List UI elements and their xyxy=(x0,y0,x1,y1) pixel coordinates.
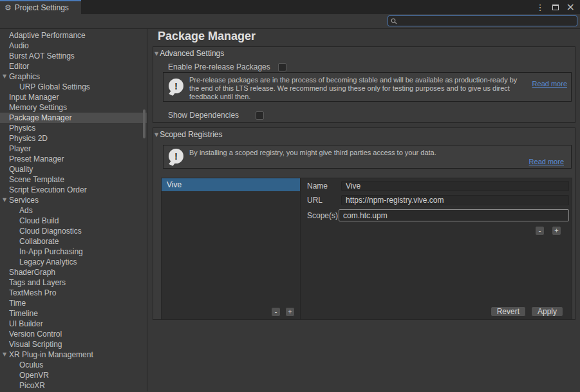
advanced-settings-foldout[interactable]: ▼ Advanced Settings xyxy=(153,47,575,58)
remove-registry-button[interactable]: - xyxy=(271,307,281,317)
prerelease-info-box: ! Pre-release packages are in the proces… xyxy=(163,72,572,102)
sidebar-item-physics-2d[interactable]: Physics 2D xyxy=(0,133,147,144)
registry-row[interactable]: Vive xyxy=(162,178,300,191)
registry-list-panel: Vive - + xyxy=(162,178,301,319)
maximize-icon[interactable] xyxy=(552,5,559,10)
sidebar-item-ads[interactable]: Ads xyxy=(0,205,147,216)
sidebar-item-player[interactable]: Player xyxy=(0,144,147,154)
scoped-registry-info-text: By installing a scoped registry, you mig… xyxy=(189,149,562,157)
sidebar-item-label: XR Plug-in Management xyxy=(9,350,93,359)
name-row: Name xyxy=(301,181,572,191)
sidebar-item-services[interactable]: ▼Services xyxy=(0,195,147,205)
sidebar-item-legacy-analytics[interactable]: Legacy Analytics xyxy=(0,257,147,267)
sidebar-item-in-app-purchasing[interactable]: In-App Purchasing xyxy=(0,247,147,257)
sidebar-item-label: Audio xyxy=(9,41,29,50)
sidebar-item-preset-manager[interactable]: Preset Manager xyxy=(0,154,147,164)
sidebar-item-urp-global-settings[interactable]: URP Global Settings xyxy=(0,82,147,92)
prerelease-row: Enable Pre-release Packages xyxy=(168,62,286,71)
sidebar-item-label: Oculus xyxy=(19,360,43,369)
sidebar-item-cloud-build[interactable]: Cloud Build xyxy=(0,216,147,226)
url-field[interactable] xyxy=(341,195,569,205)
search-box[interactable] xyxy=(388,15,577,26)
prerelease-info-text: Pre-release packages are in the process … xyxy=(189,76,523,101)
sidebar-item-oculus[interactable]: Oculus xyxy=(0,360,147,370)
sidebar-item-timeline[interactable]: Timeline xyxy=(0,308,147,319)
sidebar-item-audio[interactable]: Audio xyxy=(0,41,147,51)
sidebar-item-collaborate[interactable]: Collaborate xyxy=(0,236,147,247)
main-panel: Package Manager ▼ Advanced Settings Enab… xyxy=(147,29,580,391)
sidebar-item-physics[interactable]: Physics xyxy=(0,123,147,133)
prerelease-checkbox[interactable] xyxy=(278,63,286,71)
apply-button[interactable]: Apply xyxy=(531,306,563,317)
remove-scope-button[interactable]: - xyxy=(535,226,545,236)
advanced-settings-section: ▼ Advanced Settings Enable Pre-release P… xyxy=(153,46,575,123)
add-registry-button[interactable]: + xyxy=(285,307,295,317)
foldout-icon[interactable]: ▼ xyxy=(154,51,158,57)
sidebar-item-label: Timeline xyxy=(9,309,38,318)
revert-button[interactable]: Revert xyxy=(491,306,526,317)
sidebar-item-visual-scripting[interactable]: Visual Scripting xyxy=(0,339,147,350)
scopes-field[interactable] xyxy=(339,209,569,221)
scoped-registries-foldout[interactable]: ▼ Scoped Registries xyxy=(153,128,575,139)
sidebar-item-textmesh-pro[interactable]: TextMesh Pro xyxy=(0,288,147,298)
sidebar-item-ui-builder[interactable]: UI Builder xyxy=(0,319,147,329)
sidebar-item-shadergraph[interactable]: ShaderGraph xyxy=(0,267,147,277)
sidebar-item-version-control[interactable]: Version Control xyxy=(0,329,147,339)
scoped-registries-header: Scoped Registries xyxy=(160,130,222,139)
warning-icon: ! xyxy=(169,149,183,163)
sidebar-item-label: In-App Purchasing xyxy=(19,247,83,256)
search-icon xyxy=(391,18,397,24)
registry-form: Name URL Scope(s) - + xyxy=(301,178,572,319)
foldout-icon[interactable]: ▼ xyxy=(1,350,8,360)
sidebar-item-tags-and-layers[interactable]: Tags and Layers xyxy=(0,277,147,288)
sidebar-item-label: Package Manager xyxy=(9,113,71,122)
tab-title: Project Settings xyxy=(15,3,69,12)
prerelease-read-more-link[interactable]: Read more xyxy=(532,80,567,88)
sidebar-item-label: Version Control xyxy=(9,330,62,339)
scoped-registry-read-more-link[interactable]: Read more xyxy=(529,158,564,165)
sidebar-item-label: OpenVR xyxy=(19,371,49,380)
sidebar-item-label: Cloud Diagnostics xyxy=(19,227,82,236)
sidebar-item-graphics[interactable]: ▼Graphics xyxy=(0,71,147,82)
show-dependencies-checkbox[interactable] xyxy=(256,111,264,120)
sidebar-item-label: Scene Template xyxy=(9,175,64,184)
sidebar-item-label: Cloud Build xyxy=(19,216,59,225)
sidebar-item-xr-plug-in-management[interactable]: ▼XR Plug-in Management xyxy=(0,350,147,360)
tab-project-settings[interactable]: ⚙ Project Settings xyxy=(0,0,81,14)
sidebar-item-memory-settings[interactable]: Memory Settings xyxy=(0,102,147,113)
sidebar-item-burst-aot-settings[interactable]: Burst AOT Settings xyxy=(0,51,147,61)
sidebar-scrollbar-thumb[interactable] xyxy=(143,109,145,138)
sidebar-item-label: Editor xyxy=(9,62,29,71)
sidebar-item-quality[interactable]: Quality xyxy=(0,164,147,174)
close-icon[interactable]: × xyxy=(566,2,575,12)
sidebar-item-scene-template[interactable]: Scene Template xyxy=(0,174,147,185)
scoped-registries-section: ▼ Scoped Registries ! By installing a sc… xyxy=(153,127,575,320)
scopes-label: Scope(s) xyxy=(301,211,341,220)
name-field[interactable] xyxy=(341,181,569,191)
sidebar-item-adaptive-performance[interactable]: Adaptive Performance xyxy=(0,30,147,41)
page-title: Package Manager xyxy=(158,30,256,43)
sidebar-item-editor[interactable]: Editor xyxy=(0,61,147,71)
search-input[interactable] xyxy=(400,17,574,25)
sidebar-item-label: Time xyxy=(9,299,26,308)
foldout-icon[interactable]: ▼ xyxy=(1,195,8,205)
sidebar-item-label: TextMesh Pro xyxy=(9,288,56,297)
show-dependencies-label: Show Dependencies xyxy=(168,111,256,120)
sidebar-item-time[interactable]: Time xyxy=(0,298,147,308)
sidebar-item-openvr[interactable]: OpenVR xyxy=(0,370,147,380)
sidebar-item-label: URP Global Settings xyxy=(19,82,90,91)
prerelease-label: Enable Pre-release Packages xyxy=(168,62,278,71)
foldout-icon[interactable]: ▼ xyxy=(154,132,158,138)
sidebar-item-picoxr[interactable]: PicoXR xyxy=(0,380,147,391)
add-scope-button[interactable]: + xyxy=(552,226,561,236)
sidebar-item-cloud-diagnostics[interactable]: Cloud Diagnostics xyxy=(0,226,147,236)
window-menu-icon[interactable]: ⋮ xyxy=(536,3,545,12)
sidebar-item-package-manager[interactable]: Package Manager xyxy=(0,113,147,123)
gear-icon: ⚙ xyxy=(5,4,12,12)
title-bar: ⚙ Project Settings ⋮ × xyxy=(0,0,580,14)
sidebar-item-input-manager[interactable]: Input Manager xyxy=(0,92,147,102)
sidebar-item-label: Graphics xyxy=(9,72,40,81)
sidebar-item-script-execution-order[interactable]: Script Execution Order xyxy=(0,185,147,195)
scope-buttons: - + xyxy=(535,226,561,236)
foldout-icon[interactable]: ▼ xyxy=(1,71,8,82)
